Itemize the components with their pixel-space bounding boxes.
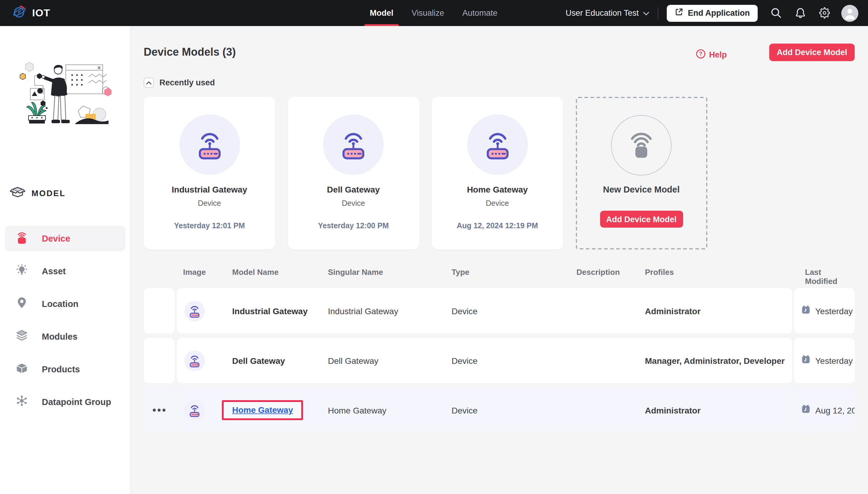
home-gateway-link[interactable]: Home Gateway xyxy=(232,405,293,415)
last-modified-cell: Aug 12, 2024 12:19 PM xyxy=(794,387,855,433)
row-actions[interactable] xyxy=(144,288,175,334)
app-window: IOT Model Visualize Automate User Educat… xyxy=(0,0,868,494)
model-box-icon xyxy=(10,186,25,201)
chevron-down-icon xyxy=(643,8,649,18)
svg-text:?: ? xyxy=(699,51,702,57)
clock-icon xyxy=(801,355,810,366)
page-header: Device Models (3) ? Help Add Device Mode… xyxy=(144,26,855,72)
help-link[interactable]: ? Help xyxy=(695,49,727,60)
brand[interactable]: IOT xyxy=(0,4,131,22)
recent-card-dell-gateway[interactable]: Dell Gateway Device Yesterday 12:00 PM xyxy=(288,97,419,249)
settings-gear-icon[interactable] xyxy=(819,7,830,19)
new-device-model-card: New Device Model Add Device Model xyxy=(576,97,707,249)
router-icon xyxy=(184,350,205,371)
device-models-table: Image Model Name Singular Name Type Desc… xyxy=(144,268,855,433)
modules-layers-icon xyxy=(15,329,29,344)
sidebar-item-location[interactable]: Location xyxy=(5,291,125,317)
sidebar-item-device[interactable]: Device xyxy=(5,226,125,251)
col-description: Description xyxy=(576,268,645,277)
type-cell: Device xyxy=(452,356,576,365)
products-box-icon xyxy=(15,361,29,377)
recent-cards-row: Industrial Gateway Device Yesterday 12:0… xyxy=(144,97,855,249)
sidebar-illustration xyxy=(13,46,118,133)
external-link-icon xyxy=(675,8,683,18)
sidebar-item-modules[interactable]: Modules xyxy=(5,324,125,349)
active-tab-underline xyxy=(364,24,399,26)
singular-name-cell: Dell Gateway xyxy=(328,356,452,365)
clock-icon xyxy=(801,404,810,416)
navbar-divider xyxy=(658,7,658,19)
iot-logo-icon xyxy=(12,4,27,22)
tab-model[interactable]: Model xyxy=(370,0,393,26)
search-icon[interactable] xyxy=(771,7,782,19)
col-last-modified: Last Modified xyxy=(805,268,855,286)
profiles-cell: Administrator xyxy=(645,405,792,415)
router-icon xyxy=(184,301,205,321)
table-header: Image Model Name Singular Name Type Desc… xyxy=(144,268,855,288)
singular-name-cell: Industrial Gateway xyxy=(328,306,452,316)
type-cell: Device xyxy=(452,306,576,316)
more-options-icon xyxy=(153,408,165,412)
end-application-button[interactable]: End Application xyxy=(667,4,758,21)
recent-card-home-gateway[interactable]: Home Gateway Device Aug 12, 2024 12:19 P… xyxy=(432,97,563,249)
col-singular-name: Singular Name xyxy=(328,268,452,277)
sidebar-item-asset[interactable]: Asset xyxy=(5,259,125,284)
table-row-industrial-gateway: Industrial Gateway Industrial Gateway De… xyxy=(144,288,855,334)
main-content: Device Models (3) ? Help Add Device Mode… xyxy=(131,26,868,494)
nav-tabs: Model Visualize Automate xyxy=(370,0,498,26)
sidebar: MODEL Device xyxy=(0,26,131,494)
last-modified-cell: Yesterday 12:00 PM xyxy=(794,338,855,383)
router-icon xyxy=(467,114,528,175)
brand-name: IOT xyxy=(32,7,50,19)
tab-visualize[interactable]: Visualize xyxy=(412,0,444,26)
page-title: Device Models (3) xyxy=(144,46,236,59)
sidebar-section-label: MODEL xyxy=(32,189,66,198)
new-device-icon xyxy=(611,115,672,175)
top-navbar: IOT Model Visualize Automate User Educat… xyxy=(0,0,868,26)
sidebar-menu: Device Asset xyxy=(5,226,125,422)
datapoint-group-icon xyxy=(15,394,29,410)
table-row-dell-gateway: Dell Gateway Dell Gateway Device Manager… xyxy=(144,338,855,383)
recently-used-header: Recently used xyxy=(144,77,855,88)
collapse-chevron-up-icon[interactable] xyxy=(144,77,154,88)
type-cell: Device xyxy=(452,405,576,415)
profiles-cell: Manager, Administrator, Developer xyxy=(645,356,792,365)
model-name-cell[interactable]: Dell Gateway xyxy=(232,356,328,365)
org-selector[interactable]: User Education Test xyxy=(565,8,649,18)
sidebar-section-model: MODEL xyxy=(10,186,66,201)
help-question-icon: ? xyxy=(695,49,705,60)
notifications-bell-icon[interactable] xyxy=(795,7,806,19)
router-icon xyxy=(179,114,240,175)
asset-bulb-icon xyxy=(15,263,29,279)
recently-used-label: Recently used xyxy=(159,78,215,87)
sidebar-item-products[interactable]: Products xyxy=(5,357,125,382)
model-name-cell[interactable]: Industrial Gateway xyxy=(232,306,328,316)
location-pin-icon xyxy=(15,296,29,312)
device-icon xyxy=(15,231,29,246)
router-icon xyxy=(323,114,384,175)
add-device-model-card-button[interactable]: Add Device Model xyxy=(600,211,683,228)
sidebar-item-datapoint-group[interactable]: Datapoint Group xyxy=(5,389,125,415)
tab-automate[interactable]: Automate xyxy=(463,0,498,26)
row-actions[interactable] xyxy=(144,338,175,383)
user-avatar[interactable] xyxy=(841,4,858,21)
last-modified-cell: Yesterday 12:01 PM xyxy=(794,288,855,334)
col-type: Type xyxy=(452,268,576,277)
singular-name-cell: Home Gateway xyxy=(328,405,452,415)
clock-icon xyxy=(801,305,810,317)
profiles-cell: Administrator xyxy=(645,306,792,316)
red-annotation-box: Home Gateway xyxy=(222,400,303,420)
col-image: Image xyxy=(177,268,232,277)
navbar-right: User Education Test End Application xyxy=(565,4,868,21)
router-icon xyxy=(184,400,205,420)
col-model-name: Model Name xyxy=(232,268,328,277)
recent-card-industrial-gateway[interactable]: Industrial Gateway Device Yesterday 12:0… xyxy=(144,97,275,249)
add-device-model-button[interactable]: Add Device Model xyxy=(769,43,855,61)
table-row-home-gateway: Home Gateway Home Gateway Device Adminis… xyxy=(144,387,855,433)
row-actions-menu[interactable] xyxy=(144,387,175,433)
